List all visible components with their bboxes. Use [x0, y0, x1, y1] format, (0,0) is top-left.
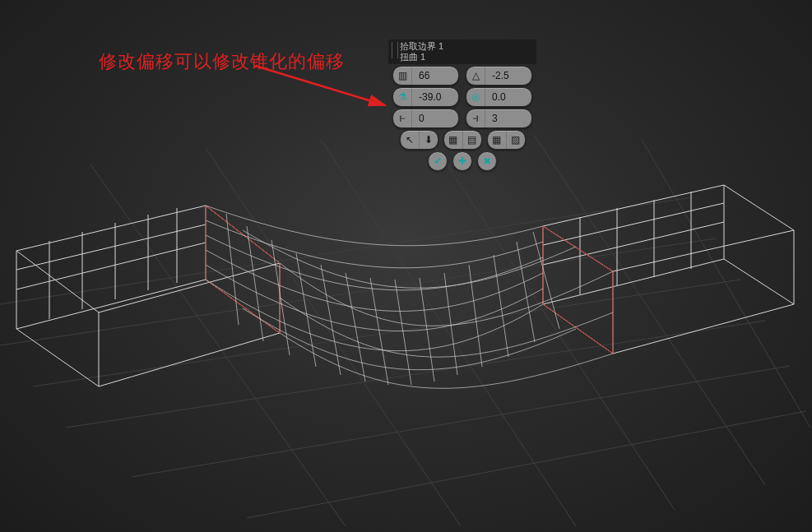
select-mode-toggle[interactable]: ↖ ⬇: [400, 130, 438, 150]
grid-a-icon: ▦: [444, 131, 462, 149]
svg-line-5: [247, 411, 806, 518]
grid-a-toggle[interactable]: ▦ ▤: [443, 130, 482, 150]
panel-header[interactable]: 拾取边界 1 扭曲 1: [388, 39, 536, 64]
svg-line-9: [428, 136, 675, 510]
taper-value: -2.5: [485, 70, 531, 81]
cursor-icon: ↖: [401, 131, 419, 149]
check-icon: ✔: [434, 155, 442, 167]
grid-b2-icon: ▨: [506, 131, 525, 149]
segments-value: 66: [412, 70, 458, 81]
bias-b-value: 3: [485, 113, 531, 124]
add-button[interactable]: ✚: [452, 151, 472, 171]
bias-a-field[interactable]: ⥼ 0: [392, 109, 459, 128]
taper-icon: △: [466, 67, 485, 85]
svg-line-26: [247, 226, 263, 341]
svg-line-35: [469, 265, 482, 367]
svg-line-37: [517, 242, 535, 342]
svg-line-4: [132, 366, 790, 477]
bias-a-icon: ⥼: [393, 109, 412, 127]
segments-icon: ▥: [393, 67, 412, 85]
svg-line-31: [370, 278, 388, 385]
svg-line-24: [543, 203, 724, 245]
grid-b-toggle[interactable]: ▦ ▨: [487, 130, 526, 150]
svg-line-8: [321, 140, 576, 526]
svg-line-1: [33, 280, 740, 386]
svg-line-3: [0, 197, 691, 304]
header-line2: 扭曲 1: [400, 52, 531, 62]
grid-b-icon: ▦: [488, 131, 506, 149]
segments-field[interactable]: ▥ 66: [392, 66, 459, 86]
cancel-button[interactable]: ✖: [477, 151, 497, 171]
svg-line-0: [66, 321, 765, 428]
svg-line-28: [296, 253, 316, 367]
annotation-text: 修改偏移可以修改锥化的偏移: [99, 49, 345, 74]
twist-icon: ◎: [466, 88, 485, 106]
bias-a-value: 0: [412, 113, 458, 124]
bias-b-icon: ⥽: [466, 109, 485, 127]
offset-value: -39.0: [412, 91, 458, 103]
svg-line-7: [206, 148, 461, 526]
header-line1: 拾取边界 1: [400, 41, 531, 52]
svg-line-10: [535, 136, 765, 485]
svg-line-30: [346, 273, 365, 382]
bias-b-field[interactable]: ⥽ 3: [466, 109, 532, 128]
twist-value: 0.0: [485, 91, 531, 103]
svg-line-38: [533, 232, 559, 329]
twist-field[interactable]: ◎ 0.0: [466, 87, 532, 107]
offset-field[interactable]: ⚗ -39.0: [392, 87, 459, 107]
grid-a2-icon: ▤: [462, 131, 481, 149]
offset-icon: ⚗: [393, 88, 412, 106]
close-icon: ✖: [483, 155, 491, 167]
plus-icon: ✚: [458, 155, 466, 167]
svg-line-2: [0, 238, 716, 345]
svg-line-11: [642, 140, 810, 428]
svg-line-27: [271, 240, 290, 355]
bridge-tool-panel: 拾取边界 1 扭曲 1 ▥ 66 △ -2.5 ⚗ -39.0 ◎ 0.0 ⥼ …: [388, 39, 536, 171]
chevron-down-icon: ⬇: [419, 131, 438, 149]
confirm-button[interactable]: ✔: [428, 151, 448, 171]
taper-field[interactable]: △ -2.5: [466, 66, 532, 86]
